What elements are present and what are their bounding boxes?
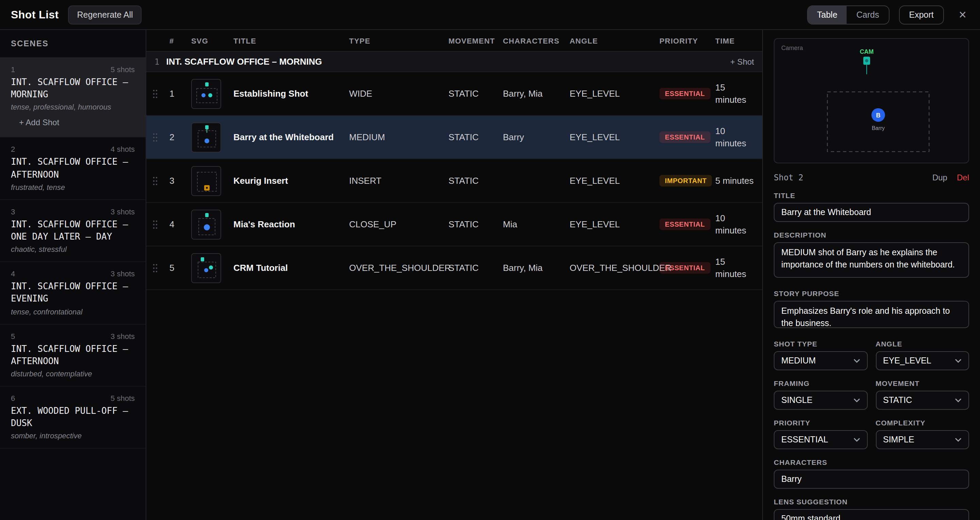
priority-select[interactable]: ESSENTIAL [774,430,867,449]
shot-angle: EYE_LEVEL [564,89,654,99]
characters-input[interactable] [774,470,969,489]
chevron-down-icon [853,437,860,442]
view-toggle: Table Cards [807,5,889,24]
scene-meta: 1 5 shots [11,65,135,73]
shot-movement: STATIC [443,263,498,273]
shot-thumbnail[interactable] [191,122,221,152]
framing-select[interactable]: SINGLE [774,391,867,410]
chevron-down-icon [955,437,962,442]
field-row: PRIORITY ESSENTIAL COMPLEXITY SIMPLE [774,410,969,449]
shot-number: 3 [164,176,186,186]
priority-label: PRIORITY [774,418,867,427]
scene-meta: 4 3 shots [11,270,135,278]
delete-shot-button[interactable]: Del [947,173,969,183]
scene-shot-count: 3 shots [111,270,135,278]
shot-type-select[interactable]: MEDIUM [774,351,867,370]
shot-type-value: MEDIUM [781,356,816,366]
title-label: TITLE [774,191,969,199]
scene-title: EXT. WOODED PULL-OFF — DUSK [11,405,135,430]
lens-suggestion-input[interactable] [774,509,969,520]
storyboard-diagram-icon [192,79,221,108]
view-cards-button[interactable]: Cards [847,6,889,24]
shot-row-5[interactable]: 5 CRM Tutorial OVER_THE_SHOULDER STATIC … [146,246,762,290]
add-shot-button[interactable]: + Add Shot [19,118,59,127]
scene-item-6[interactable]: 6 5 shots EXT. WOODED PULL-OFF — DUSK so… [0,386,146,449]
shot-type: WIDE [344,89,443,99]
camera-preview: Camera CAM B Barry [774,38,969,163]
description-label: DESCRIPTION [774,231,969,239]
drag-handle[interactable] [146,263,164,273]
shot-row-1[interactable]: 1 Establishing Shot WIDE STATIC Barry, M… [146,72,762,116]
close-button[interactable]: × [956,7,969,22]
angle-select[interactable]: EYE_LEVEL [875,351,969,370]
shot-thumbnail[interactable] [191,253,221,283]
shot-number: 1 [164,89,186,99]
description-textarea[interactable]: MEDIUM shot of Barry as he explains the … [774,242,969,278]
framing-value: SINGLE [781,396,813,405]
angle-label: ANGLE [875,340,969,348]
scene-mood: somber, introspective [11,432,135,440]
shot-thumbnail[interactable] [191,166,221,196]
movement-value: STATIC [883,396,912,405]
title-input[interactable] [774,203,969,222]
shot-movement: STATIC [443,176,498,186]
priority-badge: ESSENTIAL [659,262,711,274]
regenerate-all-button[interactable]: Regenerate All [68,5,142,24]
scene-meta: 6 5 shots [11,394,135,402]
scene-item-2[interactable]: 2 4 shots INT. SCAFFLOW OFFICE — AFTERNO… [0,138,146,200]
shot-time: 5 minutes [710,175,762,186]
drag-handle[interactable] [146,132,164,142]
scene-meta: 2 4 shots [11,145,135,153]
scene-group-header: 1 INT. SCAFFLOW OFFICE – MORNING + Shot [146,52,762,72]
scene-item-3[interactable]: 3 3 shots INT. SCAFFLOW OFFICE — ONE DAY… [0,200,146,262]
drag-handle[interactable] [146,89,164,99]
shot-time: 15 minutes [710,82,762,105]
add-shot-inline-button[interactable]: + Shot [730,57,754,66]
story-purpose-label: STORY PURPOSE [774,289,969,297]
drag-handle-icon [153,132,158,142]
scene-shot-count: 3 shots [111,332,135,340]
scene-number: 6 [11,394,15,402]
shot-type: CLOSE_UP [344,219,443,229]
scenes-sidebar: SCENES 1 5 shots INT. SCAFFLOW OFFICE — … [0,30,146,520]
shot-thumbnail[interactable] [191,209,221,239]
close-icon: × [959,8,966,22]
movement-select[interactable]: STATIC [875,391,969,410]
priority-badge: ESSENTIAL [659,131,711,143]
col-title: TITLE [228,37,344,45]
col-svg: SVG [186,37,228,45]
scene-meta: 3 3 shots [11,208,135,216]
angle-value: EYE_LEVEL [883,356,931,366]
subject-name-label: Barry [872,125,885,131]
drag-handle[interactable] [146,219,164,229]
col-time: TIME [710,37,762,45]
shot-thumbnail[interactable] [191,79,221,108]
shot-title: Barry at the Whiteboard [228,132,344,142]
scene-item-1[interactable]: 1 5 shots INT. SCAFFLOW OFFICE — MORNING… [0,58,146,138]
scene-title: INT. SCAFFLOW OFFICE — EVENING [11,280,135,305]
scene-item-5[interactable]: 5 3 shots INT. SCAFFLOW OFFICE — AFTERNO… [0,324,146,386]
shot-characters: Mia [498,219,564,229]
shot-row-4[interactable]: 4 Mia's Reaction CLOSE_UP STATIC Mia EYE… [146,203,762,246]
duplicate-shot-button[interactable]: Dup [923,173,947,183]
priority-badge: IMPORTANT [659,175,712,186]
drag-handle-icon [153,89,158,99]
scene-item-4[interactable]: 4 3 shots INT. SCAFFLOW OFFICE — EVENING… [0,262,146,324]
shot-movement: STATIC [443,132,498,142]
export-button[interactable]: Export [899,5,944,24]
view-table-button[interactable]: Table [808,6,847,24]
shot-row-3[interactable]: 3 Keurig Insert INSERT STATIC EYE_LEVEL … [146,159,762,203]
scene-shot-count: 5 shots [111,65,135,73]
chevron-down-icon [853,398,860,402]
shot-row-2[interactable]: 2 Barry at the Whiteboard MEDIUM STATIC … [146,116,762,159]
main-area: SCENES 1 5 shots INT. SCAFFLOW OFFICE — … [0,30,980,520]
storyboard-diagram-icon [192,210,221,239]
complexity-select[interactable]: SIMPLE [875,430,969,449]
drag-handle[interactable] [146,176,164,186]
field-row: FRAMING SINGLE MOVEMENT STATIC [774,370,969,410]
scene-number: 2 [11,145,15,153]
scene-meta: 5 3 shots [11,332,135,340]
scene-mood: tense, confrontational [11,307,135,315]
storyboard-diagram-icon [192,254,221,283]
story-purpose-textarea[interactable]: Emphasizes Barry's role and his approach… [774,301,969,328]
